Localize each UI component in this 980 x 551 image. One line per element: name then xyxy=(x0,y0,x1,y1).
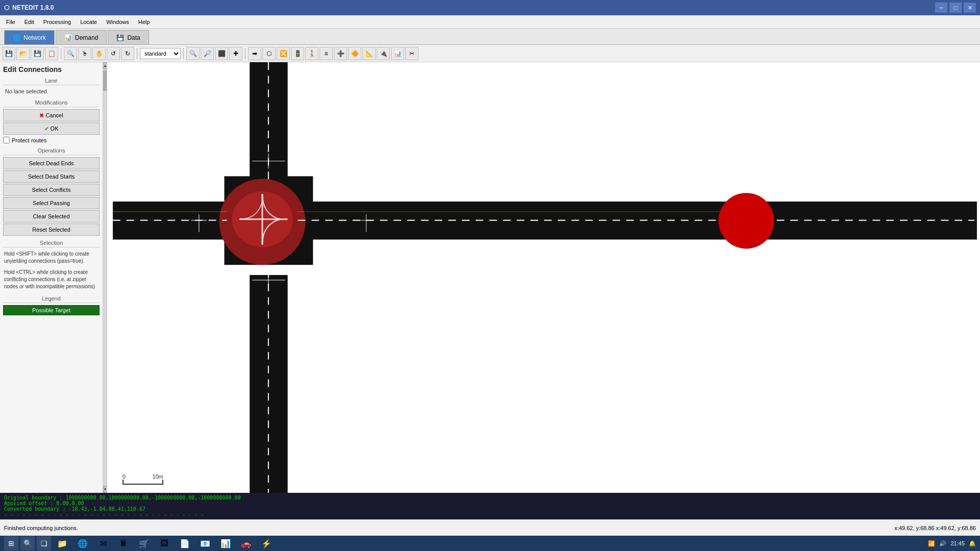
toolbar-save[interactable]: 💾 xyxy=(31,47,44,60)
taskbar-calculator[interactable]: 🖩 xyxy=(114,536,133,550)
toolbar-open[interactable]: 📂 xyxy=(16,47,30,60)
reset-selected-button[interactable]: Reset Selected xyxy=(3,223,100,236)
panel-inner: Edit Connections Lane No lane selected M… xyxy=(0,62,107,493)
tab-network[interactable]: 🌐 Network xyxy=(4,30,55,44)
excel-icon: 📊 xyxy=(220,539,231,548)
taskbar-mail[interactable]: ✉ xyxy=(94,536,112,550)
status-message: Finished computing junctions. xyxy=(4,525,78,531)
toolbar-pan[interactable]: ✚ xyxy=(229,47,242,60)
log-separator: - - - - - - - - - - - - - - - - - - - - … xyxy=(4,512,976,517)
view-select[interactable]: standard real world xyxy=(140,48,181,59)
lane-section-header: Lane xyxy=(3,78,100,85)
word-icon: 📄 xyxy=(180,539,190,548)
toolbar-zoom-out[interactable]: 🔎 xyxy=(201,47,214,60)
toolbar: 💾 📂 💾 📋 🔍 🖱 ✋ ↺ ↻ standard real world 🔍 … xyxy=(0,45,980,62)
sumo-icon: 🚗 xyxy=(241,539,251,548)
menu-processing[interactable]: Processing xyxy=(39,16,75,28)
toolbar-wire[interactable]: 🔌 xyxy=(377,47,390,60)
taskbar-store[interactable]: 🛒 xyxy=(135,536,153,550)
demand-tab-label: Demand xyxy=(75,34,98,41)
menu-help[interactable]: Help xyxy=(134,16,154,28)
log-line-1: Original boundary : 1000000000.00,100000… xyxy=(4,495,976,500)
canvas-area[interactable]: 0 10m xyxy=(107,62,980,493)
maximize-button[interactable]: □ xyxy=(949,3,962,13)
cancel-icon: ✖ xyxy=(39,112,44,119)
toolbar-connection[interactable]: 🔀 xyxy=(277,47,290,60)
select-conflicts-button[interactable]: Select Conflicts xyxy=(3,184,100,196)
log-line-2: Applied offset : 0.00,0.00 xyxy=(4,500,976,506)
toolbar-clear[interactable]: ✂ xyxy=(405,47,419,60)
title-bar: ⬡ NETEDIT 1.8.0 ─ □ ✕ xyxy=(0,0,980,15)
mail-icon: ✉ xyxy=(100,539,107,548)
taskbar-explorer[interactable]: 📁 xyxy=(53,536,71,550)
taskbar-task-view[interactable]: ❑ xyxy=(37,536,51,550)
scroll-down-button[interactable]: ▼ xyxy=(103,486,107,493)
selection-text-2: Hold <CTRL> while clicking to create con… xyxy=(3,268,100,291)
toolbar-zoom-in[interactable]: 🔍 xyxy=(186,47,200,60)
panel-title: Edit Connections xyxy=(3,65,100,73)
clear-selected-button[interactable]: Clear Selected xyxy=(3,210,100,222)
select-passing-button[interactable]: Select Passing xyxy=(3,197,100,209)
toolbar-additional[interactable]: ➕ xyxy=(334,47,347,60)
log-area: Original boundary : 1000000000.00,100000… xyxy=(0,493,980,519)
toolbar-edge[interactable]: ➡ xyxy=(248,47,261,60)
toolbar-redo[interactable]: ↻ xyxy=(121,47,134,60)
ok-icon: ✔ xyxy=(44,126,49,132)
protect-routes-checkbox[interactable] xyxy=(3,137,10,143)
taskbar-photos[interactable]: 🖼 xyxy=(155,536,174,550)
taskbar-time: 21:45 xyxy=(950,540,965,546)
ok-button[interactable]: ✔ OK xyxy=(3,122,100,135)
toolbar-select[interactable]: 🖱 xyxy=(78,47,91,60)
app-icon: ⬡ xyxy=(4,4,9,11)
taskbar-excel[interactable]: 📊 xyxy=(216,536,235,550)
taskbar-word[interactable]: 📄 xyxy=(176,536,194,550)
explorer-icon: 📁 xyxy=(57,539,67,548)
app2-icon: ⚡ xyxy=(261,539,272,548)
toolbar-junction[interactable]: ⬡ xyxy=(262,47,276,60)
taskbar: ⊞ 🔍 ❑ 📁 🌐 ✉ 🖩 🛒 🖼 📄 📧 📊 🚗 ⚡ 📶 🔊 21:45 🔔 xyxy=(0,536,980,551)
minimize-button[interactable]: ─ xyxy=(935,3,947,13)
close-button[interactable]: ✕ xyxy=(964,3,976,13)
taskbar-chrome[interactable]: 🌐 xyxy=(74,536,92,550)
cancel-button[interactable]: ✖ Cancel xyxy=(3,109,100,121)
outlook-icon: 📧 xyxy=(200,539,210,548)
toolbar-separator-4 xyxy=(245,48,246,59)
menu-locate[interactable]: Locate xyxy=(76,16,101,28)
taskbar-sumo[interactable]: 🚗 xyxy=(237,536,255,550)
toolbar-mean[interactable]: 📊 xyxy=(391,47,404,60)
toolbar-fit[interactable]: ⬛ xyxy=(215,47,228,60)
legend-section-header: Legend xyxy=(3,295,100,303)
window-controls: ─ □ ✕ xyxy=(935,3,976,13)
svg-rect-0 xyxy=(113,62,974,493)
toolbar-saveas[interactable]: 📋 xyxy=(45,47,58,60)
left-panel: Edit Connections Lane No lane selected M… xyxy=(0,62,107,493)
scroll-thumb[interactable] xyxy=(103,70,107,91)
menu-windows[interactable]: Windows xyxy=(102,16,133,28)
protect-routes-label: Protect routes xyxy=(12,137,46,143)
start-button[interactable]: ⊞ xyxy=(4,536,18,550)
tab-data[interactable]: 💾 Data xyxy=(108,30,149,44)
toolbar-inspect[interactable]: 🔍 xyxy=(64,47,77,60)
toolbar-crossing[interactable]: 🚶 xyxy=(305,47,318,60)
toolbar-poly[interactable]: 🔶 xyxy=(348,47,361,60)
toolbar-lane[interactable]: ≡ xyxy=(320,47,333,60)
toolbar-new[interactable]: 💾 xyxy=(2,47,15,60)
toolbar-move[interactable]: ✋ xyxy=(92,47,106,60)
taskbar-app2[interactable]: ⚡ xyxy=(257,536,276,550)
taskbar-notification: 🔔 xyxy=(969,540,976,547)
app-title: ⬡ NETEDIT 1.8.0 xyxy=(4,4,54,11)
taskbar-outlook[interactable]: 📧 xyxy=(196,536,214,550)
toolbar-tls[interactable]: 🚦 xyxy=(291,47,304,60)
taskbar-search[interactable]: 🔍 xyxy=(20,536,35,550)
panel-scroll-area[interactable]: Edit Connections Lane No lane selected M… xyxy=(0,62,103,493)
toolbar-taz[interactable]: 📐 xyxy=(362,47,376,60)
select-dead-ends-button[interactable]: Select Dead Ends xyxy=(3,157,100,169)
menu-edit[interactable]: Edit xyxy=(20,16,38,28)
menu-file[interactable]: File xyxy=(2,16,19,28)
scroll-up-button[interactable]: ▲ xyxy=(103,62,107,69)
toolbar-separator-1 xyxy=(61,48,61,59)
toolbar-undo[interactable]: ↺ xyxy=(107,47,120,60)
panel-scrollbar[interactable]: ▲ ▼ xyxy=(103,62,107,493)
tab-demand[interactable]: 📊 Demand xyxy=(56,30,107,44)
select-dead-starts-button[interactable]: Select Dead Starts xyxy=(3,170,100,183)
